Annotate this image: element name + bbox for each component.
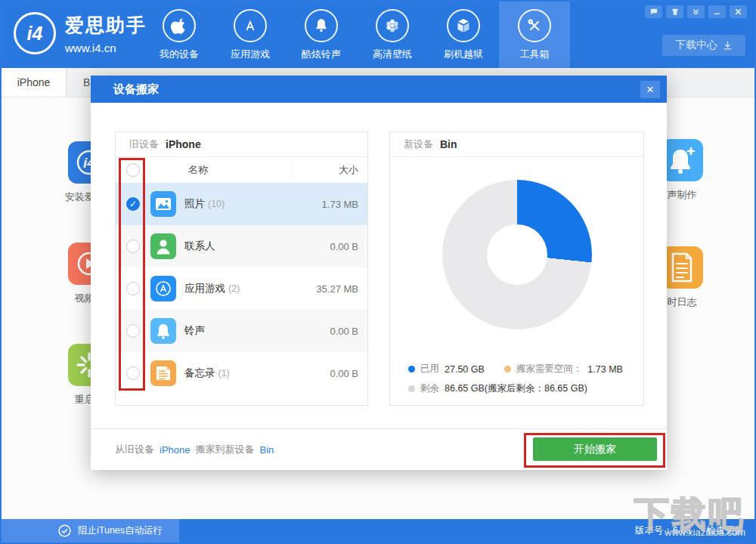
nav-label: 刷机越狱 xyxy=(444,48,483,61)
nav-item-my-device[interactable]: 我的设备 xyxy=(144,2,215,68)
new-device-name: Bin xyxy=(440,138,457,150)
minimize-icon[interactable] xyxy=(708,5,726,18)
chat-icon[interactable] xyxy=(645,5,662,18)
legend-label: 剩余 xyxy=(420,382,439,395)
row-radio-checked[interactable]: ✓ xyxy=(126,197,140,211)
remain-dot-icon xyxy=(408,385,415,392)
block-itunes-toggle[interactable]: 阻止iTunes自动运行 xyxy=(2,519,179,542)
brand: i4 爱思助手 www.i4.cn xyxy=(14,12,147,54)
old-device-label: 旧设备 xyxy=(129,138,159,151)
new-device-panel: 新设备 Bin 已用 27.50 GB 搬家需要空间： 1.73 MB xyxy=(389,131,644,406)
table-row-contacts[interactable]: 联系人 0.00 B xyxy=(116,225,367,267)
app-header: i4 爱思助手 www.i4.cn 我的设备 应用游戏 xyxy=(2,2,754,68)
dialog-titlebar: 设备搬家 ✕ xyxy=(91,76,667,103)
old-device-name: iPhone xyxy=(166,138,201,150)
bell-icon xyxy=(305,9,338,42)
storage-legend: 已用 27.50 GB 搬家需要空间： 1.73 MB 剩余 86.65 GB(… xyxy=(408,356,623,395)
legend-label: 搬家需要空间： xyxy=(516,363,583,376)
statusbar-right: 版本号：6.08 检查更新 xyxy=(635,524,754,537)
table-header: 名称 大小 xyxy=(116,157,367,183)
row-count: (10) xyxy=(208,199,225,209)
row-name: 铃声 xyxy=(184,324,205,338)
legend-remain: 剩余 86.65 GB(搬家后剩余：86.65 GB) xyxy=(408,382,587,395)
column-size: 大小 xyxy=(292,163,367,177)
legend-used: 已用 27.50 GB xyxy=(408,363,485,376)
block-itunes-label: 阻止iTunes自动运行 xyxy=(78,524,163,537)
row-radio[interactable] xyxy=(126,240,140,253)
ringtones-icon xyxy=(150,318,176,344)
legend-need: 搬家需要空间： 1.73 MB xyxy=(504,363,623,376)
from-device: iPhone xyxy=(160,444,190,456)
row-name: 联系人 xyxy=(184,240,215,253)
row-radio[interactable] xyxy=(126,324,140,338)
toolbox-icon xyxy=(518,9,551,42)
download-center-label: 下载中心 xyxy=(675,39,717,52)
from-label: 从旧设备 xyxy=(115,443,154,456)
contacts-icon xyxy=(150,233,176,259)
select-all-cell xyxy=(116,162,150,178)
window-controls xyxy=(645,5,747,18)
nav-item-wallpapers[interactable]: 高清壁纸 xyxy=(357,2,428,68)
start-migration-button[interactable]: 开始搬家 xyxy=(533,437,657,461)
nav-item-jailbreak[interactable]: 刷机越狱 xyxy=(428,2,499,68)
photos-icon xyxy=(150,191,176,217)
statusbar: 阻止iTunes自动运行 版本号：6.08 检查更新 xyxy=(2,519,754,542)
row-size: 35.27 MB xyxy=(316,283,367,295)
legend-value: 86.65 GB(搬家后剩余：86.65 GB) xyxy=(445,382,587,395)
ringtone-maker-icon xyxy=(661,139,703,181)
legend-value: 27.50 GB xyxy=(445,364,485,375)
used-dot-icon xyxy=(408,366,415,372)
table-row-photos[interactable]: ✓ 照片 (10) 1.73 MB xyxy=(116,183,367,225)
skin-icon[interactable] xyxy=(666,5,683,18)
nav-label: 高清壁纸 xyxy=(373,48,412,61)
nav-label: 酷炫铃声 xyxy=(302,48,341,61)
old-device-header: 旧设备 iPhone xyxy=(116,132,367,157)
close-icon[interactable] xyxy=(730,5,747,18)
check-update-link[interactable]: 检查更新 xyxy=(706,524,744,537)
table-row-ringtones[interactable]: 铃声 0.00 B xyxy=(116,310,367,352)
row-size: 1.73 MB xyxy=(322,199,367,210)
legend-value: 1.73 MB xyxy=(587,364,623,375)
collapse-icon[interactable] xyxy=(687,5,705,18)
check-circle-icon xyxy=(57,524,72,538)
table-row-notes[interactable]: 备忘录 (1) 0.00 B xyxy=(116,352,367,394)
select-all-radio[interactable] xyxy=(126,163,140,177)
storage-chart-area xyxy=(390,157,643,352)
wallpaper-icon xyxy=(376,9,409,42)
old-device-panel: 旧设备 iPhone 名称 大小 ✓ 照片 (10) 1.73 MB 联 xyxy=(115,131,368,406)
main-nav: 我的设备 应用游戏 酷炫铃声 高清壁纸 xyxy=(144,2,570,68)
notes-icon xyxy=(150,360,176,386)
i4-logo-icon: i4 xyxy=(14,12,56,54)
table-row-apps[interactable]: 应用游戏 (2) 35.27 MB xyxy=(116,267,367,310)
brand-url: www.i4.cn xyxy=(65,42,147,54)
migration-summary: 从旧设备 iPhone 搬家到新设备 Bin xyxy=(115,443,274,456)
tab-label: iPhone xyxy=(17,76,51,88)
nav-label: 我的设备 xyxy=(160,48,199,61)
nav-item-toolbox[interactable]: 工具箱 xyxy=(499,2,570,68)
nav-item-apps-games[interactable]: 应用游戏 xyxy=(215,2,286,68)
row-radio[interactable] xyxy=(126,282,140,295)
apple-icon xyxy=(163,9,196,42)
version-label: 版本号：6.08 xyxy=(635,524,691,537)
row-name: 备忘录 xyxy=(184,366,215,380)
row-name: 照片 xyxy=(184,197,205,211)
tab-bin[interactable]: B xyxy=(67,68,90,97)
appstore-icon xyxy=(234,9,267,42)
nav-item-ringtones[interactable]: 酷炫铃声 xyxy=(286,2,357,68)
row-size: 0.00 B xyxy=(330,368,367,379)
need-dot-icon xyxy=(504,366,511,372)
row-size: 0.00 B xyxy=(330,241,367,252)
nav-label: 应用游戏 xyxy=(231,48,270,61)
tab-iphone[interactable]: iPhone xyxy=(2,68,67,97)
download-center-button[interactable]: 下载中心 xyxy=(662,35,745,56)
to-device: Bin xyxy=(259,444,274,456)
brand-title: 爱思助手 xyxy=(65,13,147,38)
tab-label: B xyxy=(83,76,90,88)
to-label: 搬家到新设备 xyxy=(195,443,254,456)
legend-label: 已用 xyxy=(420,363,439,376)
nav-label: 工具箱 xyxy=(520,48,550,61)
new-device-header: 新设备 Bin xyxy=(390,132,643,157)
app-window: i4 爱思助手 www.i4.cn 我的设备 应用游戏 xyxy=(0,0,756,544)
dialog-close-icon[interactable]: ✕ xyxy=(640,81,660,98)
row-radio[interactable] xyxy=(126,366,140,380)
